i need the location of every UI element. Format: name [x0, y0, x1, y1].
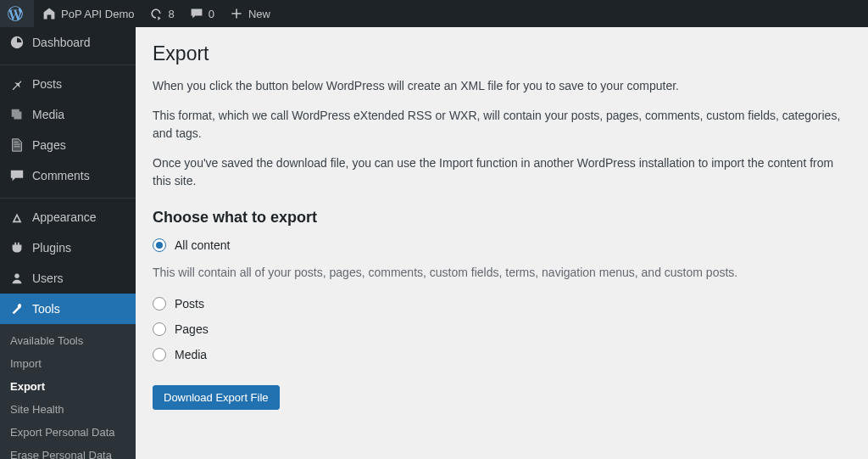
wp-logo[interactable]	[0, 0, 34, 27]
update-icon	[147, 5, 164, 22]
pin-icon	[8, 76, 25, 92]
sidebar-item-plugins[interactable]: Plugins	[0, 232, 136, 263]
choose-heading: Choose what to export	[153, 209, 851, 227]
all-content-description: This will contain all of your posts, pag…	[153, 264, 851, 282]
sidebar-item-label: Comments	[32, 169, 90, 182]
posts-radio[interactable]	[153, 297, 166, 311]
sidebar-item-users[interactable]: Users	[0, 263, 136, 294]
comments-link[interactable]: 0	[181, 0, 221, 27]
menu-separator	[0, 61, 136, 65]
submenu-item-erase-personal-data[interactable]: Erase Personal Data	[0, 444, 136, 459]
submenu-item-export-personal-data[interactable]: Export Personal Data	[0, 421, 136, 444]
radio-option-all: All content	[153, 238, 851, 252]
sidebar-item-appearance[interactable]: Appearance	[0, 202, 136, 232]
sidebar-item-comments[interactable]: Comments	[0, 160, 136, 191]
export-description-1: When you click the button below WordPres…	[153, 77, 851, 95]
download-export-button[interactable]: Download Export File	[153, 385, 280, 410]
users-icon	[8, 270, 25, 287]
pages-label[interactable]: Pages	[175, 322, 209, 336]
sidebar-item-dashboard[interactable]: Dashboard	[0, 27, 136, 58]
main-content: Export When you click the button below W…	[136, 27, 868, 459]
pages-radio[interactable]	[153, 322, 166, 336]
sidebar-item-pages[interactable]: Pages	[0, 130, 136, 160]
menu-separator	[0, 194, 136, 199]
dashboard-icon	[8, 34, 25, 51]
admin-bar: PoP API Demo 8 0 New	[0, 0, 868, 27]
all-content-radio[interactable]	[153, 238, 166, 252]
submenu-item-site-health[interactable]: Site Health	[0, 398, 136, 421]
admin-sidebar: Dashboard Posts Media Pages Comments App…	[0, 27, 136, 459]
updates-link[interactable]: 8	[141, 0, 181, 27]
sidebar-item-label: Users	[32, 271, 64, 285]
sidebar-item-label: Posts	[32, 77, 62, 91]
sidebar-item-posts[interactable]: Posts	[0, 69, 136, 99]
submenu-item-export[interactable]: Export	[0, 375, 136, 398]
media-radio[interactable]	[153, 348, 166, 361]
posts-label[interactable]: Posts	[175, 297, 204, 311]
page-icon	[8, 137, 25, 154]
plugin-icon	[8, 239, 25, 256]
radio-option-posts: Posts	[153, 297, 851, 311]
comments-count: 0	[209, 8, 214, 20]
home-icon	[41, 5, 58, 22]
media-icon	[8, 106, 25, 123]
sidebar-item-label: Dashboard	[32, 36, 91, 49]
wordpress-logo-icon	[7, 5, 24, 22]
export-description-2: This format, which we call WordPress eXt…	[153, 107, 851, 143]
tools-icon	[8, 300, 25, 317]
site-name-link[interactable]: PoP API Demo	[34, 0, 141, 27]
page-title: Export	[153, 42, 851, 65]
sidebar-item-label: Plugins	[32, 241, 71, 255]
submenu-item-available-tools[interactable]: Available Tools	[0, 329, 136, 352]
plus-icon	[228, 5, 245, 22]
new-label: New	[248, 8, 270, 20]
media-label[interactable]: Media	[175, 348, 207, 361]
svg-point-0	[14, 274, 19, 278]
sidebar-item-label: Pages	[32, 138, 66, 152]
comments-icon	[8, 167, 25, 184]
all-content-label[interactable]: All content	[175, 238, 230, 252]
export-description-3: Once you've saved the download file, you…	[153, 154, 851, 190]
sidebar-item-media[interactable]: Media	[0, 99, 136, 130]
sidebar-item-label: Appearance	[32, 210, 97, 224]
sidebar-item-label: Tools	[32, 302, 60, 316]
new-content-link[interactable]: New	[221, 0, 277, 27]
submenu-item-import[interactable]: Import	[0, 352, 136, 375]
sidebar-item-tools[interactable]: Tools	[0, 294, 136, 324]
updates-count: 8	[168, 8, 174, 20]
radio-option-media: Media	[153, 348, 851, 361]
site-title: PoP API Demo	[61, 8, 134, 20]
sidebar-item-label: Media	[32, 108, 64, 121]
tools-submenu: Available Tools Import Export Site Healt…	[0, 324, 136, 459]
radio-option-pages: Pages	[153, 322, 851, 336]
comment-icon	[188, 5, 205, 22]
appearance-icon	[8, 209, 25, 226]
